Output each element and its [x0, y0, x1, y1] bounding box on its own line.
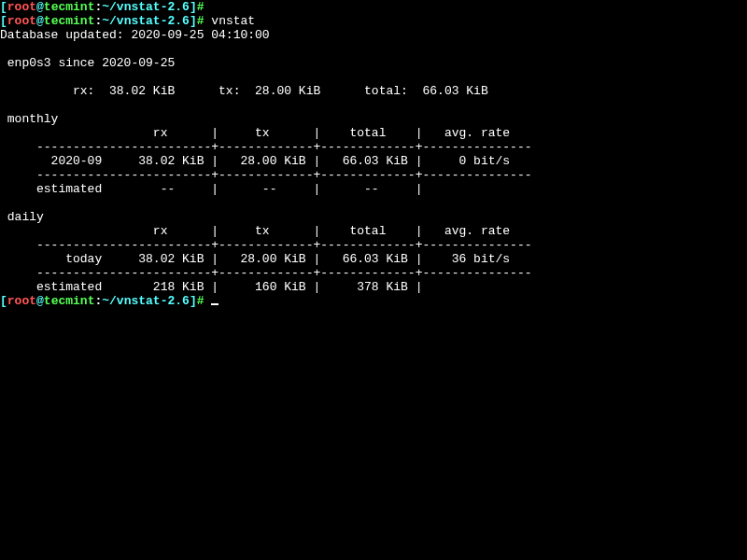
divider: ------------------------+-------------+-…	[0, 266, 532, 280]
prompt-line-3[interactable]: [root@tecmint:~/vnstat-2.6]#	[0, 294, 218, 308]
divider: ------------------------+-------------+-…	[0, 168, 532, 182]
terminal-output: [root@tecmint:~/vnstat-2.6]# [root@tecmi…	[0, 0, 747, 308]
bracket-close: ]	[190, 0, 197, 14]
monthly-estimated: estimated -- | -- | -- |	[0, 182, 422, 196]
prompt-hash: #	[197, 0, 204, 14]
command-typed: vnstat	[211, 14, 255, 28]
daily-row: today 38.02 KiB | 28.00 KiB | 66.03 KiB …	[0, 252, 510, 266]
daily-header: daily	[0, 210, 44, 224]
monthly-row: 2020-09 38.02 KiB | 28.00 KiB | 66.03 Ki…	[0, 154, 510, 168]
bracket-open: [	[0, 0, 7, 14]
prompt-line-2: [root@tecmint:~/vnstat-2.6]# vnstat	[0, 14, 255, 28]
prompt-line-1: [root@tecmint:~/vnstat-2.6]#	[0, 0, 204, 14]
monthly-columns: rx | tx | total | avg. rate	[0, 126, 510, 140]
at-sign: @	[36, 0, 44, 14]
daily-estimated: estimated 218 KiB | 160 KiB | 378 KiB |	[0, 280, 422, 294]
monthly-header: monthly	[0, 112, 58, 126]
prompt-path: ~/vnstat-2.6	[102, 0, 190, 14]
cursor-icon	[211, 303, 218, 305]
divider: ------------------------+-------------+-…	[0, 140, 532, 154]
interface-since-line: enp0s3 since 2020-09-25	[0, 56, 175, 70]
summary-line: rx: 38.02 KiB tx: 28.00 KiB total: 66.03…	[0, 84, 488, 98]
prompt-host: tecmint	[44, 0, 95, 14]
divider: ------------------------+-------------+-…	[0, 238, 532, 252]
prompt-user: root	[7, 0, 36, 14]
daily-columns: rx | tx | total | avg. rate	[0, 224, 510, 238]
db-updated-line: Database updated: 2020-09-25 04:10:00	[0, 28, 270, 42]
